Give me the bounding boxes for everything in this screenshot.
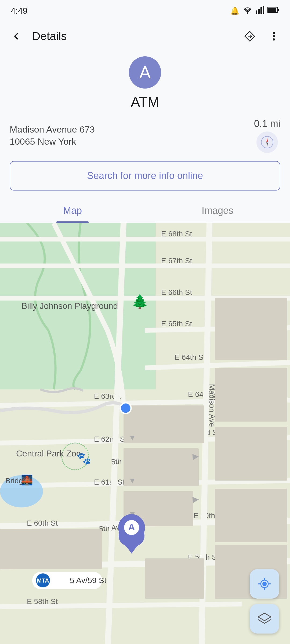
svg-text:▶: ▶ (192, 494, 199, 504)
top-bar: Details (0, 21, 290, 51)
svg-rect-7 (268, 8, 276, 12)
map-section[interactable]: E 68th St E 67th St E 66th St E 65th St … (0, 223, 290, 644)
svg-text:E 66th St: E 66th St (161, 288, 192, 297)
svg-text:🐾: 🐾 (77, 451, 91, 465)
battery-icon (267, 6, 279, 15)
svg-text:E 65th St: E 65th St (161, 320, 192, 328)
svg-text:E 64th St: E 64th St (175, 353, 205, 361)
details-section: A ATM Madison Avenue 673 10065 New York … (0, 51, 290, 223)
svg-rect-53 (215, 368, 287, 422)
map-layers-button[interactable] (250, 604, 279, 634)
svg-rect-58 (0, 529, 102, 569)
compass-button[interactable] (256, 131, 278, 153)
back-button[interactable] (5, 25, 27, 47)
svg-text:▼: ▼ (128, 476, 136, 485)
svg-point-8 (273, 32, 275, 34)
svg-text:Central Park Zoo: Central Park Zoo (16, 449, 81, 458)
svg-text:▶: ▶ (192, 451, 199, 461)
svg-rect-3 (260, 7, 262, 14)
signal-icon (256, 6, 264, 16)
svg-text:🌲: 🌲 (132, 294, 148, 310)
map-svg: E 68th St E 67th St E 66th St E 65th St … (0, 223, 290, 644)
svg-text:MTA: MTA (37, 577, 49, 584)
tab-images[interactable]: Images (145, 199, 290, 223)
distance-section: 0.1 mi (254, 118, 280, 153)
address-line-2: 10065 New York (10, 136, 95, 147)
svg-text:E 62nd St: E 62nd St (94, 435, 127, 443)
svg-text:E 61st St: E 61st St (94, 478, 125, 486)
top-bar-actions (239, 25, 285, 47)
svg-point-10 (273, 38, 275, 41)
svg-rect-1 (256, 10, 257, 14)
svg-text:A: A (128, 522, 135, 532)
status-time: 4:49 (11, 6, 27, 16)
svg-text:E 60th St: E 60th St (27, 519, 58, 527)
tabs: Map Images (0, 199, 290, 223)
search-online-button[interactable]: Search for more info online (10, 161, 280, 191)
more-options-button[interactable] (263, 25, 285, 47)
svg-point-70 (120, 403, 131, 414)
place-avatar: A (129, 56, 161, 89)
status-bar: 4:49 🔔 (0, 0, 290, 21)
svg-rect-52 (215, 298, 287, 360)
svg-text:E 68th St: E 68th St (161, 230, 192, 238)
notification-icon: 🔔 (230, 6, 240, 15)
status-icons: 🔔 (230, 6, 279, 16)
svg-text:Billy Johnson Playground: Billy Johnson Playground (21, 301, 118, 311)
svg-point-0 (247, 12, 248, 14)
svg-text:▼: ▼ (128, 433, 136, 442)
svg-point-9 (273, 35, 275, 37)
map-background: E 68th St E 67th St E 66th St E 65th St … (0, 223, 290, 644)
svg-rect-56 (145, 558, 204, 599)
svg-rect-55 (215, 489, 287, 542)
directions-button[interactable] (239, 25, 260, 47)
svg-rect-2 (258, 9, 260, 14)
svg-text:🌉: 🌉 (21, 474, 33, 486)
svg-rect-4 (263, 6, 264, 14)
avatar-letter: A (139, 63, 151, 82)
wifi-icon (243, 6, 252, 16)
place-name: ATM (131, 94, 159, 110)
distance-value: 0.1 mi (254, 118, 280, 129)
svg-text:E 67th St: E 67th St (161, 257, 192, 265)
place-address: Madison Avenue 673 10065 New York (10, 124, 95, 147)
svg-rect-54 (215, 427, 287, 481)
svg-rect-6 (278, 9, 279, 11)
place-info-row: Madison Avenue 673 10065 New York 0.1 mi (0, 118, 290, 153)
tab-map[interactable]: Map (0, 199, 145, 223)
svg-text:E 58th St: E 58th St (27, 597, 58, 606)
search-online-label: Search for more info online (87, 170, 203, 181)
address-line-1: Madison Avenue 673 (10, 124, 95, 135)
my-location-button[interactable] (250, 569, 279, 599)
page-title: Details (32, 30, 234, 43)
svg-text:5 Av/59 St: 5 Av/59 St (70, 576, 107, 585)
svg-point-77 (262, 582, 267, 586)
